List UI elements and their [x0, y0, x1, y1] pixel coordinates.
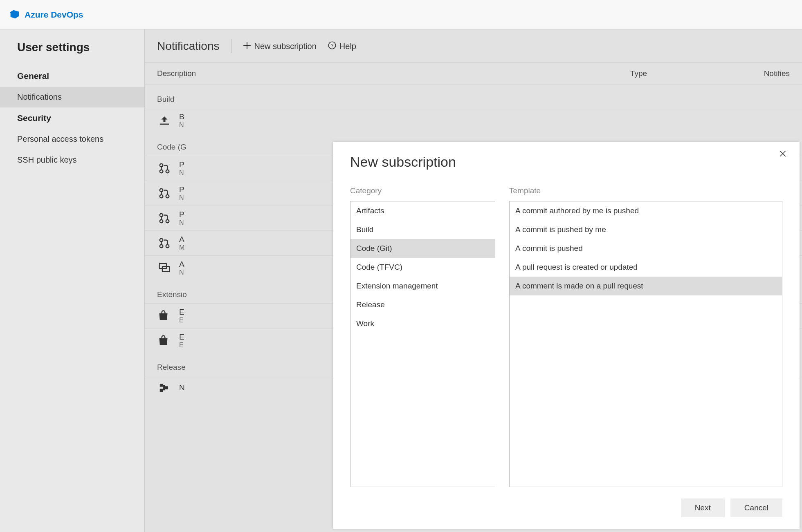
page-title: Notifications [157, 40, 220, 53]
category-item[interactable]: Code (Git) [350, 239, 495, 258]
template-item[interactable]: A commit authored by me is pushed [510, 201, 782, 220]
svg-point-12 [160, 245, 163, 248]
category-item[interactable]: Extension management [350, 277, 495, 295]
bag-icon [157, 308, 172, 323]
topbar: Azure DevOps [0, 0, 802, 29]
svg-point-4 [166, 170, 169, 173]
help-label: Help [339, 42, 356, 51]
group-label: Build [145, 85, 802, 108]
sidebar-item-ssh[interactable]: SSH public keys [0, 150, 144, 170]
plus-icon [243, 41, 251, 51]
template-item[interactable]: A comment is made on a pull request [510, 277, 782, 295]
col-notifies: Notifies [737, 69, 790, 78]
svg-point-5 [160, 189, 163, 192]
dialog-footer: Next Cancel [350, 487, 782, 517]
col-type: Type [630, 69, 737, 78]
category-list[interactable]: ArtifactsBuildCode (Git)Code (TFVC)Exten… [350, 201, 495, 487]
template-item[interactable]: A commit is pushed by me [510, 220, 782, 239]
pr-icon [157, 186, 172, 201]
category-item[interactable]: Build [350, 220, 495, 239]
sidebar-item-pat[interactable]: Personal access tokens [0, 129, 144, 150]
build-icon [157, 113, 172, 128]
azure-devops-icon [8, 8, 20, 21]
svg-point-13 [166, 245, 169, 248]
row-subtitle: N [179, 121, 184, 129]
col-description: Description [157, 69, 630, 78]
svg-point-8 [160, 214, 163, 217]
main: Notifications New subscription ? Help De… [145, 29, 802, 532]
svg-text:?: ? [330, 43, 333, 49]
pr-icon [157, 211, 172, 226]
category-panel: Category ArtifactsBuildCode (Git)Code (T… [350, 186, 495, 487]
main-header: Notifications New subscription ? Help [145, 29, 802, 63]
svg-point-10 [166, 220, 169, 223]
row-title: A [179, 260, 184, 269]
sidebar-heading-general: General [0, 65, 144, 87]
sidebar-item-notifications[interactable]: Notifications [0, 87, 144, 107]
brand-wrap[interactable]: Azure DevOps [8, 8, 83, 21]
svg-point-3 [160, 170, 163, 173]
chat-icon [157, 261, 172, 275]
bag-icon [157, 333, 172, 348]
list-item[interactable]: BN [145, 108, 802, 133]
pr-icon [157, 236, 172, 250]
row-subtitle: N [179, 194, 184, 201]
row-subtitle: N [179, 169, 184, 177]
template-item[interactable]: A pull request is created or updated [510, 258, 782, 277]
next-button[interactable]: Next [681, 498, 725, 517]
close-button[interactable] [776, 148, 790, 161]
divider [231, 39, 231, 53]
sidebar-title: User settings [0, 37, 144, 65]
row-title: A [179, 235, 184, 244]
row-title: P [179, 210, 184, 219]
svg-point-11 [160, 239, 163, 242]
brand-label: Azure DevOps [25, 10, 83, 20]
row-title: E [179, 308, 184, 317]
svg-point-7 [166, 195, 169, 198]
row-title: N [179, 383, 185, 392]
template-item[interactable]: A commit is pushed [510, 239, 782, 258]
new-subscription-dialog: New subscription Category ArtifactsBuild… [333, 142, 800, 529]
category-item[interactable]: Release [350, 295, 495, 314]
help-button[interactable]: ? Help [328, 41, 356, 51]
row-subtitle: N [179, 269, 184, 276]
release-icon [157, 380, 172, 395]
table-header: Description Type Notifies [145, 63, 802, 85]
sidebar: User settings General Notifications Secu… [0, 29, 145, 532]
svg-point-2 [160, 164, 163, 167]
pr-icon [157, 161, 172, 176]
sidebar-heading-security: Security [0, 107, 144, 129]
svg-point-9 [160, 220, 163, 223]
template-panel: Template A commit authored by me is push… [509, 186, 782, 487]
new-subscription-button[interactable]: New subscription [243, 41, 317, 51]
row-title: E [179, 333, 184, 342]
row-subtitle: N [179, 219, 184, 226]
row-subtitle: M [179, 244, 184, 251]
category-item[interactable]: Work [350, 314, 495, 333]
template-list[interactable]: A commit authored by me is pushedA commi… [509, 201, 782, 487]
svg-rect-18 [165, 386, 168, 389]
category-item[interactable]: Code (TFVC) [350, 258, 495, 277]
row-subtitle: E [179, 317, 184, 324]
svg-point-6 [160, 195, 163, 198]
template-label: Template [509, 186, 782, 195]
category-label: Category [350, 186, 495, 195]
row-title: P [179, 185, 184, 194]
category-item[interactable]: Artifacts [350, 201, 495, 220]
new-subscription-label: New subscription [254, 42, 317, 51]
row-title: B [179, 112, 184, 121]
cancel-button[interactable]: Cancel [730, 498, 782, 517]
svg-rect-17 [160, 389, 163, 392]
row-title: P [179, 160, 184, 169]
svg-rect-16 [160, 384, 163, 387]
help-icon: ? [328, 41, 336, 51]
dialog-title: New subscription [350, 154, 782, 170]
row-subtitle: E [179, 342, 184, 349]
close-icon [779, 149, 786, 160]
